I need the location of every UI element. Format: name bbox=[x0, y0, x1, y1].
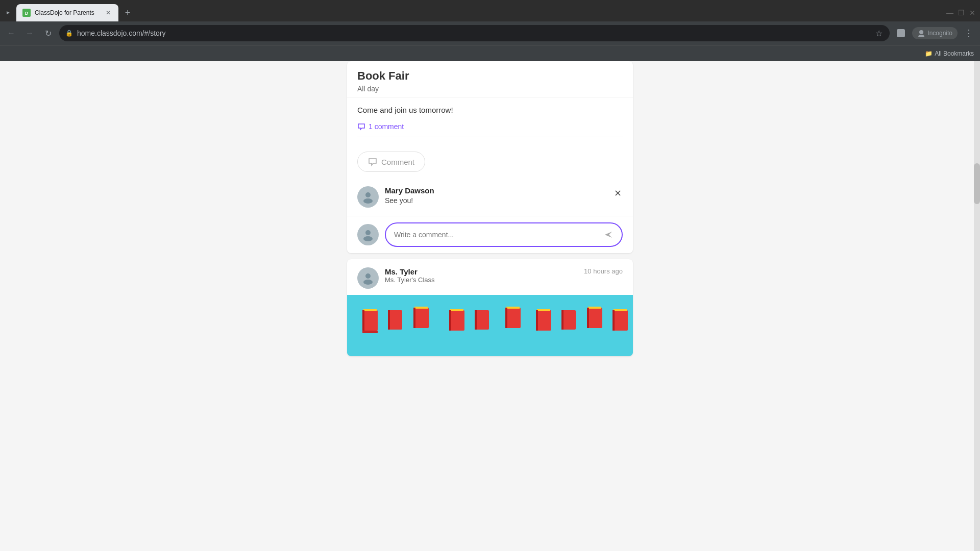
svg-rect-18 bbox=[388, 310, 390, 330]
mary-dawson-comment: Mary Dawson See you! ✕ bbox=[347, 178, 633, 216]
send-comment-button[interactable] bbox=[601, 228, 616, 242]
ms-tyler-avatar bbox=[357, 267, 379, 289]
forward-button[interactable]: → bbox=[22, 26, 37, 40]
scrollbar[interactable] bbox=[974, 61, 980, 551]
svg-rect-35 bbox=[587, 308, 602, 328]
url-text: home.classdojo.com/#/story bbox=[77, 29, 870, 37]
incognito-label: Incognito bbox=[927, 30, 952, 37]
svg-rect-13 bbox=[362, 310, 378, 331]
comment-btn-icon bbox=[368, 157, 377, 166]
post-time: 10 hours ago bbox=[584, 267, 623, 275]
svg-rect-31 bbox=[537, 309, 550, 311]
commenter-name: Mary Dawson bbox=[385, 186, 623, 195]
incognito-button[interactable]: Incognito bbox=[912, 27, 958, 39]
comment-button[interactable]: Comment bbox=[357, 152, 425, 172]
address-bar-row: ← → ↻ 🔒 home.classdojo.com/#/story ☆ Inc… bbox=[0, 21, 980, 45]
svg-rect-24 bbox=[449, 310, 451, 331]
bookmark-star-icon[interactable]: ☆ bbox=[874, 28, 884, 39]
event-header: Book Fair All day bbox=[347, 61, 633, 97]
svg-rect-16 bbox=[362, 310, 364, 331]
svg-point-9 bbox=[363, 236, 373, 241]
poster-class: Ms. Tyler's Class bbox=[385, 276, 578, 284]
comment-input[interactable] bbox=[394, 231, 601, 239]
maximize-button[interactable]: ❐ bbox=[958, 9, 965, 16]
reload-button[interactable]: ↻ bbox=[41, 26, 55, 40]
event-description: Come and join us tomorrow! bbox=[357, 106, 623, 114]
ms-tyler-post-card: Ms. Tyler Ms. Tyler's Class 10 hours ago bbox=[347, 259, 633, 356]
svg-text:D: D bbox=[25, 11, 29, 16]
svg-point-8 bbox=[365, 230, 371, 235]
current-user-avatar bbox=[357, 224, 379, 245]
svg-point-11 bbox=[363, 280, 373, 285]
tab-list-button[interactable] bbox=[4, 9, 12, 17]
svg-rect-14 bbox=[363, 309, 377, 311]
tab-navigation bbox=[4, 9, 12, 17]
comment-text: See you! bbox=[385, 196, 623, 205]
comment-btn-label: Comment bbox=[381, 158, 414, 166]
all-bookmarks-item[interactable]: 📁 All Bookmarks bbox=[925, 50, 974, 57]
comment-btn-row: Comment bbox=[347, 145, 633, 178]
svg-point-10 bbox=[365, 273, 371, 279]
back-button[interactable]: ← bbox=[4, 26, 18, 40]
svg-rect-27 bbox=[505, 308, 521, 328]
post-header: Ms. Tyler Ms. Tyler's Class 10 hours ago bbox=[347, 259, 633, 295]
svg-rect-21 bbox=[413, 308, 415, 328]
svg-point-6 bbox=[365, 192, 371, 197]
page-content: Book Fair All day Come and join us tomor… bbox=[0, 61, 980, 551]
event-title: Book Fair bbox=[357, 69, 623, 83]
active-tab[interactable]: D ClassDojo for Parents ✕ bbox=[16, 4, 118, 21]
bookmarks-bar: 📁 All Bookmarks bbox=[0, 45, 980, 61]
svg-point-7 bbox=[363, 198, 373, 204]
svg-rect-3 bbox=[897, 29, 905, 37]
svg-rect-40 bbox=[612, 310, 615, 331]
svg-rect-32 bbox=[536, 310, 538, 331]
svg-rect-22 bbox=[449, 310, 464, 331]
comment-count-link[interactable]: 1 comment bbox=[357, 122, 623, 137]
svg-rect-34 bbox=[561, 310, 564, 330]
book-fair-image bbox=[347, 295, 633, 356]
lock-icon: 🔒 bbox=[65, 30, 73, 37]
svg-rect-17 bbox=[388, 310, 402, 330]
svg-rect-19 bbox=[413, 308, 429, 328]
svg-rect-37 bbox=[587, 308, 589, 328]
svg-rect-29 bbox=[505, 308, 507, 328]
close-button[interactable]: ✕ bbox=[969, 9, 976, 16]
browser-chrome: D ClassDojo for Parents ✕ + — ❐ ✕ ← → ↻ … bbox=[0, 0, 980, 61]
svg-marker-0 bbox=[7, 11, 10, 14]
minimize-button[interactable]: — bbox=[946, 9, 953, 16]
svg-point-4 bbox=[919, 30, 923, 34]
comment-icon bbox=[357, 122, 365, 131]
tab-favicon: D bbox=[22, 9, 31, 17]
tab-title: ClassDojo for Parents bbox=[35, 9, 100, 16]
scrollbar-thumb[interactable] bbox=[974, 163, 980, 204]
delete-comment-button[interactable]: ✕ bbox=[610, 186, 625, 201]
svg-rect-36 bbox=[588, 307, 601, 309]
menu-button[interactable]: ⋮ bbox=[962, 26, 976, 40]
comment-input-wrapper[interactable] bbox=[385, 222, 623, 247]
svg-rect-15 bbox=[362, 331, 378, 333]
poster-name: Ms. Tyler bbox=[385, 267, 578, 276]
address-actions: ☆ bbox=[874, 28, 884, 39]
bookmarks-folder-icon: 📁 bbox=[925, 50, 933, 57]
tab-close-button[interactable]: ✕ bbox=[104, 9, 112, 17]
book-fair-event-card: Book Fair All day Come and join us tomor… bbox=[347, 61, 633, 253]
write-comment-row bbox=[347, 216, 633, 253]
comment-count-text: 1 comment bbox=[369, 122, 404, 131]
profile-button[interactable] bbox=[894, 26, 908, 40]
svg-rect-23 bbox=[450, 309, 463, 311]
event-body: Come and join us tomorrow! 1 comment bbox=[347, 97, 633, 145]
mary-dawson-avatar bbox=[357, 186, 379, 208]
comment-content: Mary Dawson See you! bbox=[385, 186, 623, 205]
feed-container: Book Fair All day Come and join us tomor… bbox=[347, 61, 633, 551]
close-icon: ✕ bbox=[614, 188, 622, 199]
post-meta: Ms. Tyler Ms. Tyler's Class bbox=[385, 267, 578, 284]
window-controls: — ❐ ✕ bbox=[946, 9, 976, 16]
svg-rect-38 bbox=[612, 310, 628, 331]
svg-rect-25 bbox=[475, 310, 489, 330]
event-time: All day bbox=[357, 85, 623, 93]
new-tab-button[interactable]: + bbox=[120, 6, 135, 20]
svg-rect-33 bbox=[561, 310, 576, 330]
all-bookmarks-label: All Bookmarks bbox=[935, 50, 974, 57]
address-bar[interactable]: 🔒 home.classdojo.com/#/story ☆ bbox=[59, 25, 890, 41]
svg-point-5 bbox=[918, 35, 924, 37]
